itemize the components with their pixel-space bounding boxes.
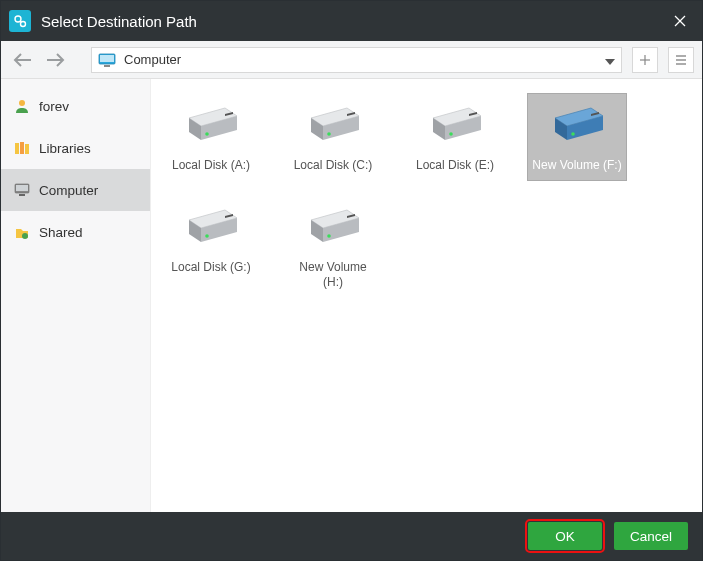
close-button[interactable] <box>658 1 702 41</box>
cancel-button[interactable]: Cancel <box>614 522 688 550</box>
svg-rect-9 <box>104 65 110 67</box>
svg-rect-17 <box>15 143 19 154</box>
drive-label: Local Disk (E:) <box>416 158 494 172</box>
svg-point-23 <box>22 233 28 239</box>
svg-point-32 <box>327 132 331 136</box>
svg-rect-8 <box>100 55 114 62</box>
location-bar[interactable]: Computer <box>91 47 622 73</box>
drive-icon <box>181 102 241 148</box>
list-icon <box>675 54 687 66</box>
sidebar-item-label: Libraries <box>39 141 91 156</box>
back-button[interactable] <box>9 46 37 74</box>
new-folder-button[interactable] <box>632 47 658 73</box>
drive-grid: Local Disk (A:) Local Disk (C:) Local Di… <box>151 79 702 512</box>
arrow-right-icon <box>45 53 65 67</box>
drive-icon <box>181 204 241 250</box>
svg-marker-10 <box>605 59 615 65</box>
sidebar-item-label: forev <box>39 99 69 114</box>
location-text: Computer <box>124 52 605 67</box>
forward-button[interactable] <box>41 46 69 74</box>
dialog-window: Select Destination Path Computer <box>0 0 703 561</box>
titlebar: Select Destination Path <box>1 1 702 41</box>
sidebar-item-shared[interactable]: Shared <box>1 211 150 253</box>
drive-icon <box>425 102 485 148</box>
drive-item[interactable]: Local Disk (G:) <box>161 195 261 298</box>
app-icon <box>9 10 31 32</box>
drive-item[interactable]: New Volume (F:) <box>527 93 627 181</box>
sidebar-item-libraries[interactable]: Libraries <box>1 127 150 169</box>
sidebar-item-computer[interactable]: Computer <box>1 169 150 211</box>
drive-label: Local Disk (A:) <box>172 158 250 172</box>
computer-icon <box>98 53 116 67</box>
sidebar: forev Libraries Computer Shared <box>1 79 151 512</box>
drive-item[interactable]: Local Disk (C:) <box>283 93 383 181</box>
drive-label: Local Disk (G:) <box>171 260 250 274</box>
svg-point-16 <box>19 100 25 106</box>
libraries-icon <box>13 139 31 157</box>
sidebar-item-label: Shared <box>39 225 83 240</box>
drive-item[interactable]: New Volume (H:) <box>283 195 383 298</box>
svg-rect-21 <box>16 185 28 191</box>
ok-button[interactable]: OK <box>528 522 602 550</box>
svg-point-42 <box>571 132 575 136</box>
svg-line-2 <box>20 21 21 22</box>
arrow-left-icon <box>13 53 33 67</box>
svg-point-47 <box>205 235 209 239</box>
view-list-button[interactable] <box>668 47 694 73</box>
drive-label: New Volume (H:) <box>288 260 378 289</box>
drive-icon <box>303 102 363 148</box>
toolbar: Computer <box>1 41 702 79</box>
svg-point-27 <box>205 132 209 136</box>
svg-point-37 <box>449 132 453 136</box>
computer-icon <box>13 181 31 199</box>
drive-item[interactable]: Local Disk (A:) <box>161 93 261 181</box>
footer: OK Cancel <box>1 512 702 560</box>
plus-icon <box>639 54 651 66</box>
shared-icon <box>13 223 31 241</box>
dialog-body: forev Libraries Computer Shared <box>1 79 702 512</box>
svg-rect-22 <box>19 194 25 196</box>
drive-icon <box>547 102 607 148</box>
drive-label: Local Disk (C:) <box>294 158 373 172</box>
chevron-down-icon[interactable] <box>605 51 615 69</box>
svg-point-52 <box>327 235 331 239</box>
window-title: Select Destination Path <box>41 13 658 30</box>
drive-label: New Volume (F:) <box>532 158 621 172</box>
close-icon <box>674 15 686 27</box>
drive-item[interactable]: Local Disk (E:) <box>405 93 505 181</box>
drive-icon <box>303 204 363 250</box>
sidebar-item-forev[interactable]: forev <box>1 85 150 127</box>
user-icon <box>13 97 31 115</box>
sidebar-item-label: Computer <box>39 183 98 198</box>
svg-rect-19 <box>25 144 29 154</box>
svg-rect-18 <box>20 142 24 154</box>
